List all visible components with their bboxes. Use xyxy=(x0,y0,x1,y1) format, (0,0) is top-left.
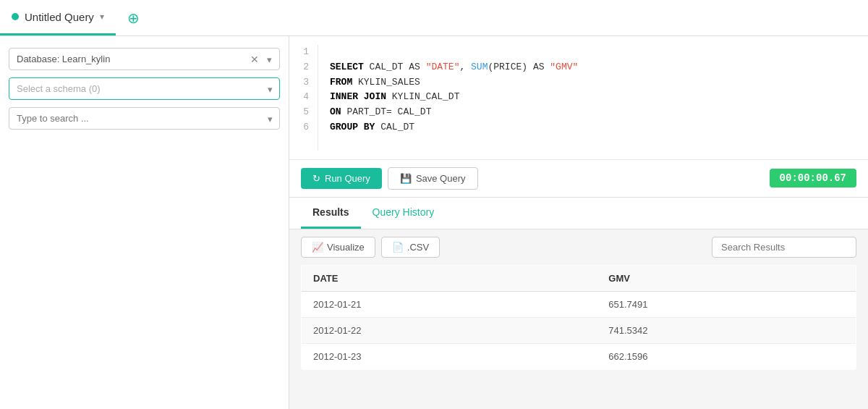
sql-code[interactable]: SELECT CAL_DT AS "DATE", SUM(PRICE) AS "… xyxy=(318,45,868,151)
line-number-1: 1 xyxy=(298,45,309,60)
active-tab[interactable]: Untitled Query ▾ xyxy=(0,0,116,35)
line-number-5: 5 xyxy=(298,105,309,120)
results-toolbar: 📈 Visualize 📄 .CSV xyxy=(289,229,868,265)
cell-gmv: 651.7491 xyxy=(597,291,856,317)
sidebar: Database: Learn_kylin ✕ ▾ Select a schem… xyxy=(0,36,289,409)
cell-gmv: 741.5342 xyxy=(597,317,856,343)
search-results-input[interactable] xyxy=(712,237,856,258)
table-search-input[interactable] xyxy=(9,107,280,130)
schema-select-wrapper: Select a schema (0) ▾ xyxy=(9,77,280,100)
schema-select[interactable]: Select a schema (0) xyxy=(9,77,280,100)
tab-chevron-icon: ▾ xyxy=(100,12,104,22)
sql-editor-inner[interactable]: 1 2 3 4 5 6 SELECT CAL_DT AS "DATE", SUM… xyxy=(289,36,868,160)
table-body: 2012-01-21651.74912012-01-22741.53422012… xyxy=(302,291,856,369)
add-tab-button[interactable]: ⊕ xyxy=(116,0,151,35)
search-wrapper: ▾ xyxy=(9,107,280,130)
database-select[interactable]: Database: Learn_kylin ✕ ▾ xyxy=(9,48,280,70)
table-header-row: DATE GMV xyxy=(302,265,856,291)
editor-toolbar: ↻ Run Query 💾 Save Query 00:00:00.67 xyxy=(289,160,868,197)
timer-badge: 00:00:00.67 xyxy=(770,169,856,187)
file-icon: 📄 xyxy=(392,242,404,253)
run-query-button[interactable]: ↻ Run Query xyxy=(301,168,382,189)
sql-editor: 1 2 3 4 5 6 SELECT CAL_DT AS "DATE", SUM… xyxy=(289,36,868,198)
tab-bar: Untitled Query ▾ ⊕ xyxy=(0,0,868,36)
line-number-4: 4 xyxy=(298,90,309,105)
results-table: DATE GMV 2012-01-21651.74912012-01-22741… xyxy=(301,265,856,370)
table-row: 2012-01-22741.5342 xyxy=(302,317,856,343)
results-section: Results Query History 📈 Visualize 📄 .CSV xyxy=(289,198,868,409)
table-header: DATE GMV xyxy=(302,265,856,291)
database-chevron-icon: ▾ xyxy=(267,54,272,64)
run-query-label: Run Query xyxy=(325,173,370,184)
cell-date: 2012-01-23 xyxy=(302,343,597,369)
line-number-2: 2 xyxy=(298,60,309,75)
chart-icon: 📈 xyxy=(312,242,323,253)
tab-query-history[interactable]: Query History xyxy=(361,198,446,229)
tab-history-label: Query History xyxy=(373,206,435,218)
clear-database-button[interactable]: ✕ xyxy=(250,54,259,65)
refresh-icon: ↻ xyxy=(312,173,320,184)
results-table-wrapper: DATE GMV 2012-01-21651.74912012-01-22741… xyxy=(289,265,868,409)
line-number-6: 6 xyxy=(298,120,309,135)
database-label: Database: Learn_kylin xyxy=(17,54,110,64)
results-tabs: Results Query History xyxy=(289,198,868,229)
visualize-button[interactable]: 📈 Visualize xyxy=(301,237,375,258)
tab-status-dot xyxy=(12,13,19,20)
tab-title: Untitled Query xyxy=(25,11,94,23)
cell-date: 2012-01-21 xyxy=(302,291,597,317)
col-header-date: DATE xyxy=(302,265,597,291)
plus-icon: ⊕ xyxy=(127,9,140,27)
csv-button[interactable]: 📄 .CSV xyxy=(381,237,440,258)
save-query-button[interactable]: 💾 Save Query xyxy=(388,167,478,190)
cell-gmv: 662.1596 xyxy=(597,343,856,369)
line-numbers: 1 2 3 4 5 6 xyxy=(289,45,318,151)
visualize-label: Visualize xyxy=(327,242,365,253)
database-select-wrapper: Database: Learn_kylin ✕ ▾ xyxy=(9,48,280,70)
line-number-3: 3 xyxy=(298,75,309,90)
tab-results[interactable]: Results xyxy=(301,198,361,229)
csv-label: .CSV xyxy=(407,242,429,253)
right-panel: 1 2 3 4 5 6 SELECT CAL_DT AS "DATE", SUM… xyxy=(289,36,868,409)
cell-date: 2012-01-22 xyxy=(302,317,597,343)
save-icon: 💾 xyxy=(400,173,412,184)
main-layout: Database: Learn_kylin ✕ ▾ Select a schem… xyxy=(0,36,868,409)
col-header-gmv: GMV xyxy=(597,265,856,291)
table-row: 2012-01-23662.1596 xyxy=(302,343,856,369)
tab-results-label: Results xyxy=(312,206,349,218)
save-query-label: Save Query xyxy=(416,173,466,184)
table-row: 2012-01-21651.7491 xyxy=(302,291,856,317)
